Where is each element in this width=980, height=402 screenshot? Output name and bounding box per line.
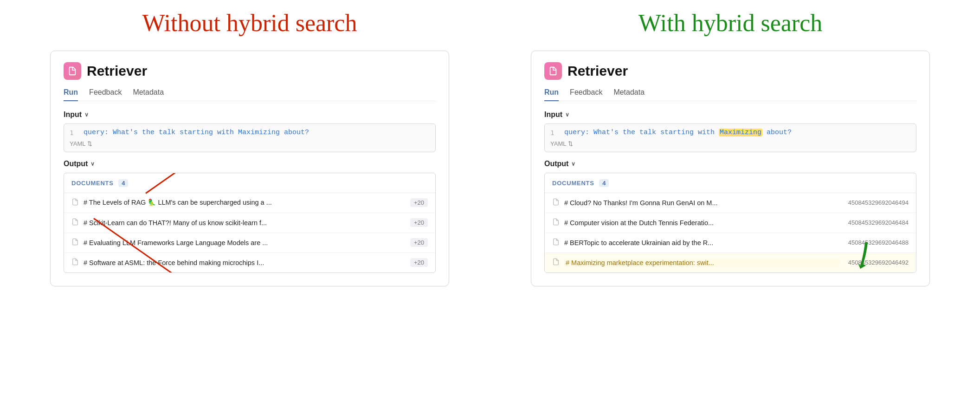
left-input-line: 1 query: What's the talk starting with M… [70,129,430,136]
left-doc-badge-2: +20 [410,218,428,227]
right-tab-feedback[interactable]: Feedback [570,88,602,101]
left-tab-metadata[interactable]: Metadata [133,88,164,101]
right-docs-label: DOCUMENTS [552,180,594,187]
right-panel-title: With hybrid search [638,9,822,37]
right-input-box: 1 query: What's the talk starting with M… [544,123,916,152]
document-icon-right [548,66,558,76]
left-doc-icon-3 [71,238,79,247]
right-yaml-label: YAML ⇅ [550,140,910,147]
right-output-chevron: ∨ [571,161,575,167]
left-doc-text-1: # The Levels of RAG 🦜 LLM's can be super… [84,199,406,207]
left-input-chevron: ∨ [84,111,89,118]
right-doc-row-2: # Computer vision at the Dutch Tennis Fe… [545,213,916,233]
left-input-text: query: What's the talk starting with Max… [84,129,309,136]
right-retriever-icon [544,62,562,80]
left-retriever-card: Retriever Run Feedback Metadata Input ∨ … [50,51,449,286]
right-input-line: 1 query: What's the talk starting with M… [550,129,910,136]
left-doc-row-4: # Software at ASML: the Force behind mak… [64,253,435,272]
left-output-label: Output ∨ [64,160,436,168]
left-card-tabs: Run Feedback Metadata [64,88,436,101]
left-doc-row-1: # The Levels of RAG 🦜 LLM's can be super… [64,193,435,213]
right-doc-text-1: # Cloud? No Thanks! I'm Gonna Run GenAI … [564,199,840,207]
left-panel-title: Without hybrid search [142,9,357,37]
right-doc-text-2: # Computer vision at the Dutch Tennis Fe… [564,219,840,227]
right-input-text: query: What's the talk starting with Max… [564,129,792,136]
right-doc-text-3: # BERTopic to accelerate Ukrainian aid b… [564,239,840,246]
right-output-label: Output ∨ [544,160,916,168]
right-doc-icon-1 [552,198,560,207]
right-input-chevron: ∨ [565,111,569,118]
left-tab-run[interactable]: Run [64,88,78,101]
left-doc-badge-1: +20 [410,198,428,207]
left-doc-badge-4: +20 [410,258,428,267]
document-icon [67,66,77,76]
left-docs-header: DOCUMENTS 4 [64,173,435,193]
page-container: Without hybrid search Retriever Run Feed… [28,9,952,286]
right-tab-run[interactable]: Run [544,88,559,101]
left-docs-label: DOCUMENTS [71,180,114,187]
left-output-section: Output ∨ DOCUMENTS 4 # The [64,160,436,273]
left-yaml-label: YAML ⇅ [70,140,430,147]
left-panel: Without hybrid search Retriever Run Feed… [28,9,471,286]
left-doc-badge-3: +20 [410,238,428,247]
left-output-box: DOCUMENTS 4 # The Levels of RAG 🦜 LLM's … [64,173,436,273]
left-tab-feedback[interactable]: Feedback [89,88,122,101]
left-doc-text-3: # Evaluating LLM Frameworks Large Langua… [84,239,406,246]
left-doc-row-3: # Evaluating LLM Frameworks Large Langua… [64,233,435,253]
right-output-box: DOCUMENTS 4 # Cloud? No Thanks! I'm Gonn… [544,173,916,273]
right-doc-id-4: 4508453296​92046492 [848,259,909,266]
right-card-tabs: Run Feedback Metadata [544,88,916,101]
right-doc-row-4: # Maximizing marketplace experimentation… [545,253,916,272]
right-yaml-arrows: ⇅ [568,140,573,147]
left-doc-text-2: # Scikit-Learn can do THAT?! Many of us … [84,219,406,227]
right-doc-icon-3 [552,238,560,247]
right-card-title: Retriever [567,63,628,79]
left-doc-icon-2 [71,218,79,227]
right-doc-id-3: 4508453296​92046488 [848,239,909,246]
right-highlight-maximizing: Maximizing [719,129,762,136]
right-input-label: Input ∨ [544,110,916,119]
left-card-title: Retriever [87,63,147,79]
right-line-number: 1 [550,129,558,136]
right-doc-text-4: # Maximizing marketplace experimentation… [564,259,840,267]
left-input-box: 1 query: What's the talk starting with M… [64,123,436,152]
right-panel: With hybrid search Retriever Run Feedbac… [509,9,952,286]
right-tab-metadata[interactable]: Metadata [613,88,645,101]
right-doc-row-1: # Cloud? No Thanks! I'm Gonna Run GenAI … [545,193,916,213]
right-output-section: Output ∨ DOCUMENTS 4 [544,160,916,273]
right-doc-id-2: 4508453296​92046484 [848,219,909,226]
left-output-chevron: ∨ [90,161,95,167]
left-docs-count: 4 [118,179,128,187]
left-line-number: 1 [70,129,77,136]
left-doc-text-4: # Software at ASML: the Force behind mak… [84,259,406,266]
right-doc-icon-2 [552,218,560,227]
left-doc-icon-1 [71,198,79,207]
right-doc-row-3: # BERTopic to accelerate Ukrainian aid b… [545,233,916,253]
right-docs-header: DOCUMENTS 4 [545,173,916,193]
left-doc-icon-4 [71,258,79,267]
right-doc-icon-4 [552,258,560,267]
right-retriever-card: Retriever Run Feedback Metadata Input ∨ … [531,51,930,286]
right-doc-id-1: 45084532969​2046494 [848,199,909,206]
right-docs-count: 4 [599,179,609,187]
right-card-header: Retriever [544,62,916,80]
left-card-header: Retriever [64,62,436,80]
left-input-label: Input ∨ [64,110,436,119]
left-retriever-icon [64,62,81,80]
left-doc-row-2: # Scikit-Learn can do THAT?! Many of us … [64,213,435,233]
left-yaml-arrows: ⇅ [87,140,92,147]
